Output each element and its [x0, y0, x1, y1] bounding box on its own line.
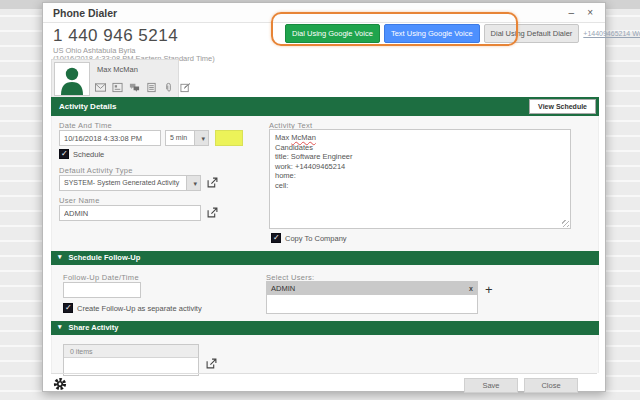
remove-user-icon[interactable]: x [469, 285, 473, 292]
notes-icon[interactable] [146, 82, 157, 93]
edit-icon[interactable] [180, 82, 191, 93]
view-schedule-button[interactable]: View Schedule [529, 99, 596, 114]
collapse-icon[interactable]: ▾ [58, 320, 62, 334]
followup-date-label: Follow-Up Date/Time [63, 273, 139, 282]
share-listbox[interactable]: 0 items [63, 344, 199, 376]
selected-user-name: ADMIN [271, 284, 295, 293]
minimize-icon[interactable]: – [569, 6, 575, 19]
select-users-listbox: ADMIN x [266, 281, 478, 314]
window-title: Phone Dialer [53, 7, 117, 19]
gear-icon[interactable] [53, 377, 67, 391]
phone-number: 1 440 946 5214 [53, 26, 178, 46]
close-button[interactable]: Close [524, 378, 578, 393]
activity-text-line: home: [275, 171, 565, 181]
section-activity-details-title: Activity Details [59, 102, 116, 111]
text-google-voice-button[interactable]: Text Using Google Voice [384, 24, 480, 43]
activity-text-line: title: Software Engineer [275, 152, 565, 162]
duration-value: 5 min [170, 134, 187, 141]
user-name-label: User Name [59, 196, 100, 205]
section-activity-details: Activity Details View Schedule [51, 97, 599, 116]
dial-actions: Dial Using Google Voice Text Using Googl… [285, 24, 640, 43]
copy-to-company-label: Copy To Company [285, 234, 347, 243]
phone-dialer-window: Phone Dialer – × 1 440 946 5214 US Ohio … [42, 2, 606, 392]
activity-type-popup-icon[interactable] [207, 177, 218, 188]
share-popup-icon[interactable] [206, 358, 217, 369]
schedule-label: Schedule [73, 150, 104, 159]
separate-activity-checkbox[interactable] [63, 303, 73, 313]
save-button[interactable]: Save [464, 378, 518, 393]
activity-type-select[interactable]: SYSTEM- System Generated Activity ▾ [59, 175, 201, 191]
contact-card: Max McMan [51, 59, 179, 99]
share-items-count: 0 items [64, 345, 198, 358]
user-name-popup-icon[interactable] [207, 207, 218, 218]
copy-to-company-checkbox[interactable] [271, 233, 281, 243]
followup-date-input[interactable] [63, 282, 141, 298]
dial-default-dialer-button[interactable]: Dial Using Default Dialer [484, 24, 580, 43]
separate-activity-label: Create Follow-Up as separate activity [77, 304, 202, 313]
phone-number-link[interactable]: +14409465214 Work [583, 30, 640, 37]
collapse-icon[interactable]: ▾ [58, 250, 62, 264]
date-time-input[interactable] [59, 130, 161, 146]
section-schedule-followup-title: Schedule Follow-Up [69, 253, 141, 262]
activity-text-line: Candidates [275, 143, 565, 153]
section-share-activity[interactable]: ▾ Share Activity [51, 321, 599, 335]
chevron-down-icon: ▾ [193, 177, 197, 191]
dial-google-voice-button[interactable]: Dial Using Google Voice [285, 24, 380, 43]
separate-activity-row: Create Follow-Up as separate activity [63, 303, 202, 313]
activity-type-value: SYSTEM- System Generated Activity [64, 179, 179, 186]
activity-type-label: Default Activity Type [59, 166, 133, 175]
titlebar: Phone Dialer – × [43, 3, 605, 23]
color-swatch[interactable] [215, 130, 243, 146]
email-icon[interactable] [95, 82, 106, 93]
add-user-button[interactable]: + [485, 283, 493, 296]
activity-text-line: work: +14409465214 [275, 162, 565, 172]
contact-card-icon[interactable] [112, 82, 123, 93]
section-schedule-followup[interactable]: ▾ Schedule Follow-Up [51, 251, 599, 265]
activity-text-line: Max McMan [275, 133, 565, 143]
activity-text-area[interactable]: Max McMan Candidates title: Software Eng… [269, 129, 571, 229]
attachment-icon[interactable] [163, 82, 174, 93]
footer-divider [51, 373, 597, 374]
section-share-activity-title: Share Activity [69, 323, 119, 332]
chat-icon[interactable] [129, 82, 140, 93]
chevron-down-icon: ▾ [201, 132, 205, 146]
resize-handle[interactable] [562, 220, 569, 227]
person-icon [55, 63, 89, 95]
user-name-input[interactable] [59, 205, 201, 221]
contact-actions [95, 82, 191, 93]
contact-name: Max McMan [97, 65, 138, 74]
activity-text-line: cell: [275, 181, 565, 191]
window-controls: – × [569, 6, 593, 19]
selected-user-row[interactable]: ADMIN x [267, 282, 477, 295]
copy-to-company-row: Copy To Company [271, 233, 347, 243]
schedule-checkbox[interactable] [59, 149, 69, 159]
close-icon[interactable]: × [587, 6, 593, 19]
schedule-checkbox-row: Schedule [59, 149, 104, 159]
date-time-label: Date And Time [59, 121, 112, 130]
avatar [54, 62, 90, 96]
duration-select[interactable]: 5 min ▾ [165, 130, 209, 146]
